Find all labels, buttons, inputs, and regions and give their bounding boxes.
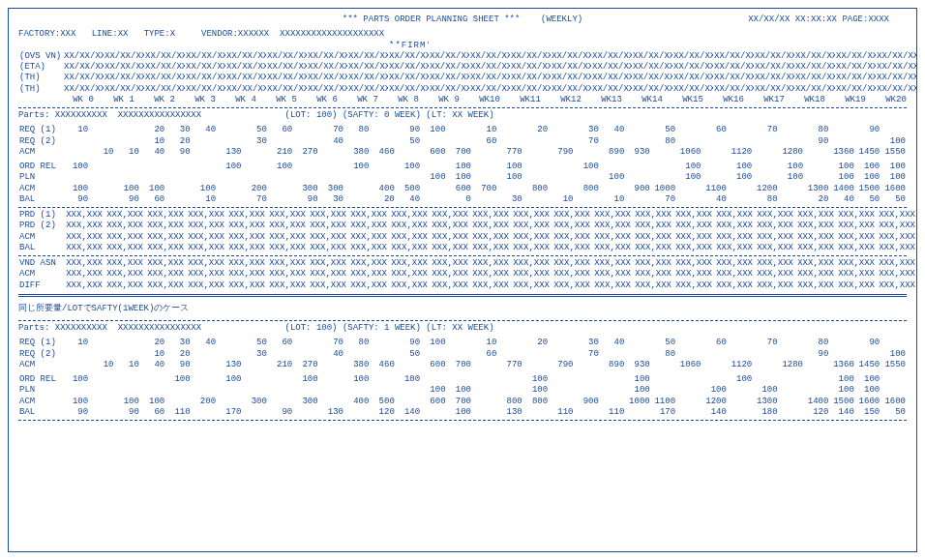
data-cell [114,385,139,396]
data-cell [523,147,549,158]
data-cell: XXX,XXX [510,232,551,243]
data-cell: XXX,XXX [104,232,144,243]
data-cell [728,136,753,147]
data-cell: XXX,XXX [794,232,835,243]
data-cell [728,385,753,396]
data-cell [344,184,370,194]
row-label: PRD (1) [18,210,63,221]
data-cell: 40 [600,125,625,135]
data-cell [89,385,114,396]
data-cell: 40 [140,360,165,370]
data-cell [370,338,395,348]
parts-header-1: Parts: XXXXXXXXXX XXXXXXXXXXXXXXXX (LOT:… [18,110,907,121]
data-cell [319,172,344,183]
data-cell: 10 [89,360,114,370]
data-cell: 770 [497,360,522,370]
data-cell: XXX,XXX [754,221,794,231]
data-cell: XXX,XXX [104,243,144,253]
data-cell [89,172,114,183]
data-cell: 1060 [676,147,701,158]
data-cell: 70 [242,194,267,205]
date-cell: XX/XX/XX [876,62,916,73]
data-cell: XXX,XXX [510,258,551,269]
data-cell [523,360,549,370]
data-cell [753,349,778,360]
data-cell: 80 [344,338,370,348]
data-cell [293,162,318,172]
divider [18,420,907,421]
data-cell: XXX,XXX [591,232,632,243]
ovs-row-label: (OVS VN) [18,51,63,62]
data-cell: 1450 [855,360,880,370]
data-cell: 10 [549,194,574,205]
data-cell [855,136,880,147]
data-cell: XXX,XXX [429,280,469,291]
data-cell: XXX,XXX [713,269,754,280]
data-cell [64,147,89,158]
row-label: ACM [18,184,64,194]
date-cell: XX/XX/XX [469,62,510,73]
date-cell: XX/XX/XX [672,62,713,73]
data-cell: 110 [165,407,191,418]
data-cell: XXX,XXX [185,258,225,269]
data-cell: XXX,XXX [144,210,185,221]
divider [18,320,907,321]
data-cell [370,349,395,360]
data-cell: XXX,XXX [347,232,388,243]
data-cell: 100 [779,172,804,183]
data-cell [242,374,267,385]
date-cell: XX/XX/XX [713,51,754,62]
data-cell: XXX,XXX [104,258,144,269]
data-cell: 10 [472,338,497,348]
data-cell: 0 [447,194,472,205]
date-cell: XX/XX/XX [185,73,225,83]
data-cell: 40 [396,194,421,205]
report-mode: (WEEKLY) [541,15,582,24]
data-cell: 1600 [880,397,907,407]
data-cell: XXX,XXX [63,210,104,221]
data-cell [549,125,574,135]
data-cell [421,194,446,205]
date-cell: XX/XX/XX [144,62,185,73]
data-cell: 300 [293,397,318,407]
data-cell [89,184,114,194]
date-cell: XX/XX/XX [591,73,632,83]
data-cell: XXX,XXX [794,221,835,231]
date-cell: XX/XX/XX [144,51,185,62]
data-cell: XXX,XXX [835,210,876,221]
date-cell: XX/XX/XX [429,84,469,95]
data-cell: 120 [370,407,395,418]
data-cell [523,136,549,147]
lt-info: (LT: XX WEEK) [426,110,493,121]
data-cell [880,374,907,385]
data-cell: XXX,XXX [388,258,429,269]
wk-cell: WK 9 [429,95,469,105]
data-cell: XXX,XXX [144,258,185,269]
data-cell: 700 [447,147,472,158]
data-cell: 100 [880,162,907,172]
data-cell: XXX,XXX [672,221,713,231]
data-cell: 100 [344,374,370,385]
data-cell [192,172,217,183]
row-label: ACM [18,397,64,407]
data-cell: 300 [319,184,344,194]
data-cell: 50 [396,136,421,147]
data-cell: XXX,XXX [876,280,916,291]
case1-ord-block: ORD REL100100100100100100100100100100100… [18,162,907,205]
data-cell: 90 [396,338,421,348]
data-cell: 600 [421,360,446,370]
data-cell: XXX,XXX [185,269,225,280]
data-cell [64,349,89,360]
date-cell: XX/XX/XX [672,51,713,62]
date-cell: XX/XX/XX [672,73,713,83]
data-cell: XXX,XXX [63,243,104,253]
data-cell [804,172,829,183]
date-cell: XX/XX/XX [754,73,794,83]
data-cell [319,385,344,396]
data-cell [625,162,650,172]
data-cell [472,360,497,370]
data-cell [293,136,318,147]
vendor: VENDOR:XXXXXX [201,29,269,40]
lt-info: (LT: XX WEEK) [426,323,493,334]
date-cell: XX/XX/XX [388,51,429,62]
